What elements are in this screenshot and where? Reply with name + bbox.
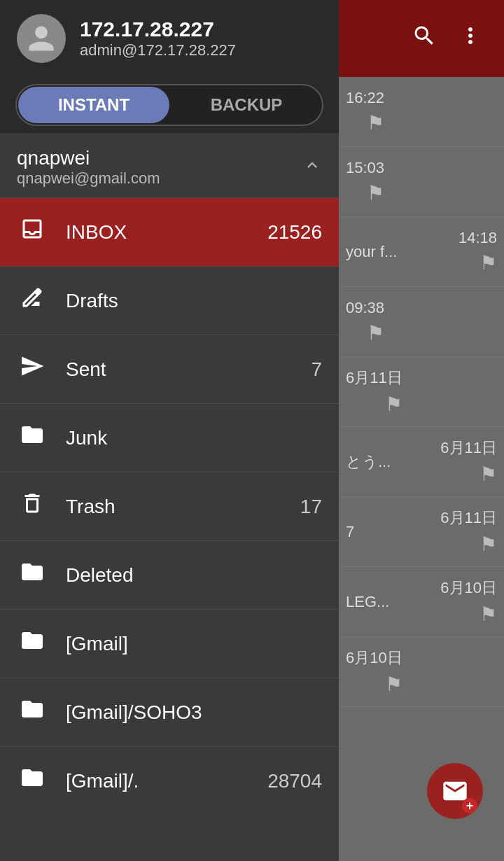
email-flag: ⚑ (479, 533, 497, 556)
email-preview: とう... (346, 451, 440, 472)
sync-toggle: INSTANT BACKUP (0, 77, 339, 133)
account-info: qnapwei qnapwei@gmail.com (17, 147, 160, 188)
folder-label: Drafts (66, 290, 304, 312)
more-icon[interactable] (458, 23, 483, 55)
email-flag: ⚑ (367, 181, 384, 204)
email-preview: 7 (346, 523, 440, 541)
email-row[interactable]: 7 6月11日 ⚑ (339, 497, 504, 567)
avatar (17, 14, 66, 63)
folder-label: [Gmail]/. (66, 770, 249, 792)
inbox-icon (17, 216, 48, 248)
email-row[interactable]: LEG... 6月10日 ⚑ (339, 567, 504, 637)
email-row[interactable]: your f... 14:18 ⚑ (339, 217, 504, 287)
email-row[interactable]: 09:38 ⚑ (339, 287, 504, 357)
folder-sent[interactable]: Sent 7 (0, 335, 339, 403)
email-time: 14:18 (458, 229, 497, 247)
email-flag: ⚑ (479, 603, 497, 626)
email-rows: 16:22 ⚑ 15:03 ⚑ your f... 14:18 ⚑ 09:38 … (339, 77, 504, 861)
email-time: 6月10日 (346, 648, 402, 668)
compose-fab[interactable]: + (427, 763, 483, 819)
folder-icon (17, 559, 48, 591)
email-row[interactable]: 6月11日 ⚑ (339, 357, 504, 427)
instant-toggle[interactable]: INSTANT (18, 87, 169, 123)
server-info: 172.17.28.227 admin@172.17.28.227 (80, 18, 236, 59)
drawer-header: 172.17.28.227 admin@172.17.28.227 (0, 0, 339, 77)
folder-icon (17, 696, 48, 728)
folder-label: Deleted (66, 564, 304, 587)
folder-drafts[interactable]: Drafts (0, 266, 339, 335)
email-time: 15:03 (346, 159, 384, 177)
folder-icon (17, 765, 48, 797)
folder-label: [Gmail] (66, 633, 304, 655)
folder-gmail-soho3[interactable]: [Gmail]/SOHO3 (0, 678, 339, 746)
email-row[interactable]: 15:03 ⚑ (339, 147, 504, 217)
account-email: qnapwei@gmail.com (17, 169, 160, 188)
account-name: qnapwei (17, 147, 160, 169)
folder-count: 28704 (267, 770, 322, 792)
email-flag: ⚑ (385, 673, 402, 696)
folder-count: 21526 (267, 221, 322, 244)
drafts-icon (17, 285, 48, 316)
folder-junk[interactable]: Junk (0, 403, 339, 472)
email-time: 6月11日 (440, 507, 497, 528)
folder-label: Trash (66, 496, 282, 518)
email-row-time: 16:22 ⚑ (346, 89, 384, 134)
navigation-drawer: 172.17.28.227 admin@172.17.28.227 INSTAN… (0, 0, 339, 861)
email-flag: ⚑ (479, 251, 497, 274)
sent-icon (17, 354, 48, 385)
backup-toggle[interactable]: BACKUP (171, 85, 322, 125)
folder-label: Junk (66, 427, 304, 449)
folder-count: 7 (311, 358, 322, 381)
admin-email: admin@172.17.28.227 (80, 41, 236, 59)
folder-inbox[interactable]: INBOX 21526 (0, 197, 339, 266)
folder-gmail[interactable]: [Gmail] (0, 609, 339, 678)
email-row[interactable]: 6月10日 ⚑ (339, 637, 504, 707)
email-row[interactable]: 16:22 ⚑ (339, 77, 504, 147)
trash-icon (17, 491, 48, 522)
folder-icon (17, 628, 48, 659)
folder-icon (17, 422, 48, 454)
email-time: 6月11日 (440, 438, 497, 458)
search-icon[interactable] (412, 23, 437, 55)
folder-list: INBOX 21526 Drafts Sent 7 (0, 197, 339, 815)
folder-label: [Gmail]/SOHO3 (66, 701, 304, 724)
email-preview: your f... (346, 243, 458, 261)
server-ip: 172.17.28.227 (80, 18, 236, 41)
account-section[interactable]: qnapwei qnapwei@gmail.com (0, 133, 339, 195)
compose-add-icon: + (462, 798, 477, 813)
folder-gmail-other[interactable]: [Gmail]/. 28704 (0, 746, 339, 815)
toggle-container: INSTANT BACKUP (15, 84, 323, 126)
email-time: 6月11日 (346, 368, 402, 388)
header-actions (412, 23, 483, 55)
folder-label: INBOX (66, 221, 249, 244)
email-row[interactable]: とう... 6月11日 ⚑ (339, 427, 504, 497)
email-flag: ⚑ (367, 321, 384, 344)
email-flag: ⚑ (479, 463, 497, 486)
email-time: 6月10日 (440, 578, 497, 598)
folder-label: Sent (66, 358, 293, 381)
email-preview: LEG... (346, 593, 440, 611)
folder-count: 17 (300, 496, 322, 518)
chevron-up-icon[interactable] (302, 155, 322, 180)
email-time: 09:38 (346, 299, 384, 317)
email-flag: ⚑ (385, 393, 402, 416)
folder-trash[interactable]: Trash 17 (0, 472, 339, 540)
folder-deleted[interactable]: Deleted (0, 540, 339, 609)
